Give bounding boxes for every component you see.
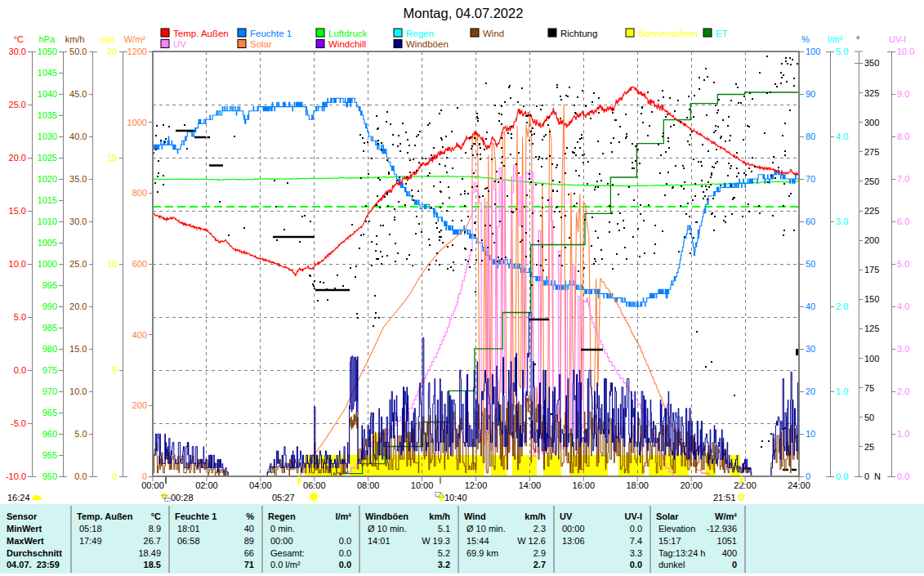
svg-text:N: N (874, 471, 881, 481)
svg-text:950: 950 (42, 471, 57, 481)
svg-text:Feuchte 1: Feuchte 1 (175, 511, 216, 521)
svg-text:Wind: Wind (483, 29, 504, 38)
svg-text:Ø 10 min.: Ø 10 min. (368, 524, 407, 534)
svg-text:35.0: 35.0 (69, 174, 87, 184)
svg-text:3.2: 3.2 (438, 560, 450, 569)
svg-text:UV: UV (560, 511, 573, 521)
svg-text:0.0: 0.0 (339, 560, 351, 569)
svg-text:°C: °C (151, 511, 161, 521)
svg-text:1051: 1051 (717, 536, 737, 546)
svg-text:50: 50 (864, 413, 874, 422)
svg-text:Montag, 04.07.2022: Montag, 04.07.2022 (404, 6, 524, 20)
svg-text:250: 250 (864, 176, 879, 186)
svg-text:15:44: 15:44 (466, 536, 489, 546)
svg-text:25: 25 (864, 442, 874, 452)
svg-text:1035: 1035 (38, 110, 57, 120)
svg-text:20:00: 20:00 (680, 480, 703, 490)
svg-text:990: 990 (42, 301, 57, 311)
svg-text:10.0: 10.0 (897, 47, 914, 56)
svg-text:1000: 1000 (127, 118, 147, 127)
svg-text:05:27: 05:27 (272, 493, 295, 502)
svg-text:06:58: 06:58 (177, 536, 200, 546)
svg-text:15.0: 15.0 (69, 344, 87, 354)
svg-text:8.0: 8.0 (897, 132, 909, 141)
svg-text:100: 100 (806, 47, 820, 56)
svg-text:10.0: 10.0 (9, 259, 26, 269)
svg-text:20.0: 20.0 (69, 301, 87, 311)
svg-text:W/m²: W/m² (124, 34, 146, 44)
svg-text:10:00: 10:00 (411, 480, 434, 490)
svg-text:Windchill: Windchill (328, 39, 366, 49)
svg-text:200: 200 (864, 235, 879, 245)
svg-text:9.0: 9.0 (897, 89, 909, 99)
svg-text:75: 75 (864, 383, 874, 393)
svg-text:16:24: 16:24 (7, 493, 30, 502)
svg-text:W 19.3: W 19.3 (422, 536, 450, 546)
svg-text:00:00: 00:00 (562, 524, 585, 534)
svg-text:2.3: 2.3 (533, 524, 546, 534)
svg-text:UV-I: UV-I (625, 511, 642, 521)
svg-text:3.0: 3.0 (897, 344, 909, 354)
svg-text:10:40: 10:40 (444, 493, 467, 502)
svg-text:400: 400 (722, 548, 737, 558)
svg-text:69.9 km: 69.9 km (466, 548, 498, 558)
svg-text:14:01: 14:01 (368, 536, 391, 546)
svg-text:Durchschnitt: Durchschnitt (7, 548, 62, 558)
svg-text:980: 980 (42, 344, 57, 354)
svg-text:%: % (246, 511, 254, 521)
svg-text:16:00: 16:00 (573, 480, 596, 490)
svg-text:18:00: 18:00 (626, 480, 649, 490)
svg-text:5.0: 5.0 (836, 47, 848, 56)
svg-text:l/m²: l/m² (828, 34, 843, 44)
svg-text:325: 325 (864, 88, 879, 98)
svg-text:05:18: 05:18 (79, 524, 102, 534)
svg-text:1005: 1005 (38, 238, 57, 248)
svg-text:15:17: 15:17 (658, 536, 681, 546)
svg-text:Tag:13:24 h: Tag:13:24 h (658, 548, 706, 558)
svg-text:hPa: hPa (38, 34, 55, 44)
svg-text:150: 150 (864, 294, 879, 304)
svg-text:km/h: km/h (65, 34, 85, 44)
svg-text:24:00: 24:00 (788, 480, 810, 490)
svg-text:00:00: 00:00 (141, 480, 164, 490)
svg-text:1.0: 1.0 (897, 429, 909, 439)
svg-text:0 min.: 0 min. (270, 524, 295, 534)
svg-text:25.0: 25.0 (9, 100, 26, 109)
svg-text:Luftdruck: Luftdruck (328, 29, 368, 38)
svg-text:175: 175 (864, 265, 879, 275)
svg-text:Temp. Außen: Temp. Außen (173, 29, 229, 38)
svg-text:66: 66 (244, 548, 254, 558)
svg-text:W/m²: W/m² (715, 511, 737, 521)
svg-text:100: 100 (864, 354, 879, 364)
svg-text:2.0: 2.0 (836, 301, 848, 311)
svg-text:20: 20 (107, 47, 117, 56)
svg-text:5.0: 5.0 (14, 312, 26, 322)
svg-text:min: min (100, 34, 115, 44)
svg-text:40: 40 (806, 301, 815, 311)
svg-text:10: 10 (806, 429, 815, 439)
svg-text:1.0: 1.0 (836, 386, 848, 396)
svg-text:10.0: 10.0 (69, 386, 87, 396)
svg-text:90: 90 (806, 89, 815, 99)
svg-text:1010: 1010 (38, 217, 57, 226)
svg-text:Ø 10 min.: Ø 10 min. (466, 524, 506, 534)
svg-text:ET: ET (716, 29, 728, 38)
svg-text:Sonnenschein: Sonnenschein (638, 29, 698, 38)
svg-text:995: 995 (42, 280, 57, 290)
svg-text:4.0: 4.0 (897, 301, 909, 311)
svg-text:l/m²: l/m² (335, 511, 351, 521)
svg-text:0.0: 0.0 (339, 536, 351, 546)
svg-text:0: 0 (112, 471, 117, 481)
svg-text:0.0 l/m²: 0.0 l/m² (270, 560, 301, 569)
svg-text:80: 80 (806, 132, 815, 141)
svg-text:Regen: Regen (268, 511, 296, 521)
svg-text:-10.0: -10.0 (6, 471, 26, 481)
svg-text:1020: 1020 (38, 174, 57, 184)
svg-text:45.0: 45.0 (69, 89, 87, 99)
svg-text:5.0: 5.0 (897, 259, 909, 269)
svg-text:0.0: 0.0 (836, 471, 848, 481)
svg-text:350: 350 (864, 58, 879, 68)
svg-text:200: 200 (132, 400, 147, 410)
svg-text:8.9: 8.9 (149, 524, 161, 534)
svg-text:2.0: 2.0 (897, 386, 909, 396)
